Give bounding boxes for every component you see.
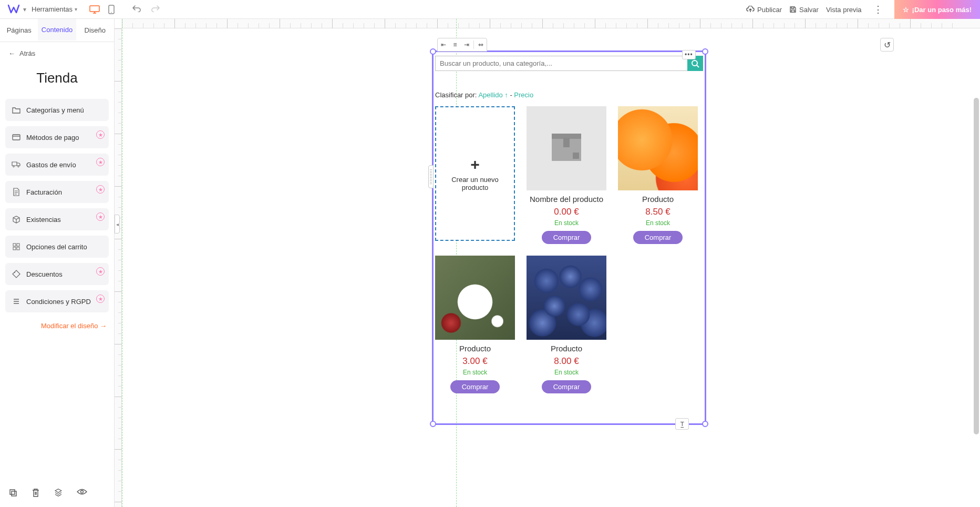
buy-button[interactable]: Comprar — [633, 231, 683, 244]
desktop-view-button[interactable] — [89, 4, 100, 15]
product-name: Producto — [459, 344, 491, 353]
option-categories[interactable]: Categorías y menú — [5, 99, 109, 121]
modify-design-label: Modificar el diseño → — [41, 322, 107, 330]
tools-menu[interactable]: Herramientas ▾ — [32, 5, 77, 13]
preview-label: Vista previa — [826, 6, 862, 14]
product-card[interactable]: Producto 3.00 € En stock Comprar — [435, 256, 515, 393]
mobile-view-button[interactable] — [106, 4, 117, 15]
buy-button[interactable]: Comprar — [450, 380, 500, 393]
site-switcher-chevron-icon[interactable]: ▾ — [23, 6, 26, 13]
svg-rect-3 — [13, 135, 20, 140]
product-stock: En stock — [554, 369, 579, 376]
text-style-button[interactable]: T̲ — [675, 418, 689, 430]
tab-content[interactable]: Contenido — [38, 19, 76, 42]
drag-handle[interactable] — [428, 165, 434, 188]
tag-icon — [12, 269, 21, 279]
history-group — [132, 5, 160, 14]
monitor-icon — [89, 5, 100, 14]
ruler-horizontal — [122, 19, 980, 28]
product-card[interactable]: Producto 8.00 € En stock Comprar — [527, 256, 606, 393]
search-input[interactable] — [435, 56, 687, 71]
save-label: Salvar — [799, 6, 819, 14]
product-card[interactable]: Producto 8.50 € En stock Comprar — [618, 106, 698, 244]
upgrade-cta-button[interactable]: ☆ ¡Dar un paso más! — [894, 0, 980, 19]
align-left-button[interactable]: ⇤ — [438, 39, 449, 50]
product-thumb — [618, 106, 698, 190]
preview-button[interactable]: Vista previa — [826, 6, 862, 14]
resize-handle-br[interactable] — [702, 421, 708, 427]
layers-button[interactable] — [54, 488, 63, 500]
svg-rect-12 — [12, 491, 16, 496]
buy-button[interactable]: Comprar — [542, 380, 592, 393]
svg-rect-11 — [10, 490, 15, 494]
search-icon — [691, 59, 699, 68]
canvas-scrollbar[interactable] — [974, 98, 979, 434]
tab-design[interactable]: Diseño — [76, 19, 114, 42]
product-card[interactable]: Nombre del producto 0.00 € En stock Comp… — [527, 106, 606, 244]
panel-collapse-handle[interactable] — [115, 215, 120, 234]
option-terms[interactable]: Condiciones y RGPD ★ — [5, 290, 109, 312]
premium-star-icon: ★ — [96, 295, 105, 303]
option-invoicing[interactable]: Facturación ★ — [5, 181, 109, 203]
arrow-left-icon: ← — [8, 49, 15, 57]
stretch-button[interactable]: ⇔ — [475, 39, 487, 50]
save-button[interactable]: Salvar — [789, 6, 819, 14]
premium-star-icon: ★ — [96, 212, 105, 221]
resize-handle-tl[interactable] — [430, 48, 436, 55]
product-name: Producto — [642, 195, 674, 204]
chevron-down-icon: ▾ — [75, 6, 77, 12]
option-label: Categorías y menú — [26, 106, 84, 114]
separator — [473, 40, 474, 49]
resize-handle-tr[interactable] — [702, 48, 708, 55]
plus-icon: + — [470, 156, 480, 174]
device-switcher — [89, 4, 117, 15]
left-panel: Páginas Contenido Diseño ← Atrás Tienda … — [0, 19, 115, 507]
modify-design-link[interactable]: Modificar el diseño → — [0, 312, 114, 339]
publish-button[interactable]: Publicar — [746, 6, 782, 14]
sort-by-price[interactable]: Precio — [514, 91, 533, 99]
product-price: 0.00 € — [554, 207, 579, 217]
more-menu-button[interactable]: ⋮ — [869, 4, 887, 15]
align-center-button[interactable]: ≡ — [449, 39, 461, 50]
delete-button[interactable] — [32, 488, 40, 500]
element-more-button[interactable]: ••• — [682, 50, 696, 59]
svg-point-14 — [692, 60, 697, 66]
undo-icon — [132, 5, 141, 12]
premium-star-icon: ★ — [96, 130, 105, 139]
svg-rect-8 — [13, 247, 16, 250]
package-placeholder-icon — [545, 127, 587, 169]
sort-by-name[interactable]: Apellido ↑ — [478, 91, 508, 99]
copy-button[interactable] — [8, 488, 18, 500]
option-discounts[interactable]: Descuentos ★ — [5, 263, 109, 285]
sort-row: Clasificar por: Apellido ↑ - Precio — [435, 91, 703, 99]
reset-button[interactable]: ↺ — [880, 38, 894, 52]
option-cart[interactable]: Opciones del carrito — [5, 236, 109, 258]
truck-icon — [12, 160, 21, 169]
product-thumb — [435, 256, 515, 340]
product-name: Producto — [551, 344, 582, 353]
product-stock: En stock — [463, 369, 487, 376]
card-icon — [12, 133, 21, 142]
tab-pages[interactable]: Páginas — [0, 19, 38, 42]
product-image — [618, 106, 698, 190]
align-right-button[interactable]: ⇥ — [461, 39, 472, 50]
preview-eye-button[interactable] — [77, 488, 87, 500]
undo-button[interactable] — [132, 5, 141, 14]
tab-design-label: Diseño — [85, 26, 106, 34]
list-icon — [12, 297, 21, 306]
back-button[interactable]: ← Atrás — [0, 42, 114, 65]
product-price: 3.00 € — [462, 356, 487, 367]
grid-icon — [12, 242, 21, 251]
back-label: Atrás — [19, 49, 35, 57]
buy-button[interactable]: Comprar — [542, 231, 592, 244]
editor-canvas[interactable]: ⇤ ≡ ⇥ ⇔ ↺ ••• T̲ Clasificar por: Apellid… — [115, 19, 980, 507]
option-payment[interactable]: Métodos de pago ★ — [5, 126, 109, 148]
create-product-card[interactable]: + Crear un nuevo producto — [435, 106, 515, 241]
option-stock[interactable]: Existencias ★ — [5, 208, 109, 230]
product-thumb — [527, 256, 606, 340]
resize-handle-bl[interactable] — [430, 421, 436, 427]
premium-star-icon: ★ — [96, 267, 105, 276]
panel-tabs: Páginas Contenido Diseño — [0, 19, 114, 42]
option-shipping[interactable]: Gastos de envío ★ — [5, 154, 109, 176]
cloud-upload-icon — [746, 6, 755, 13]
